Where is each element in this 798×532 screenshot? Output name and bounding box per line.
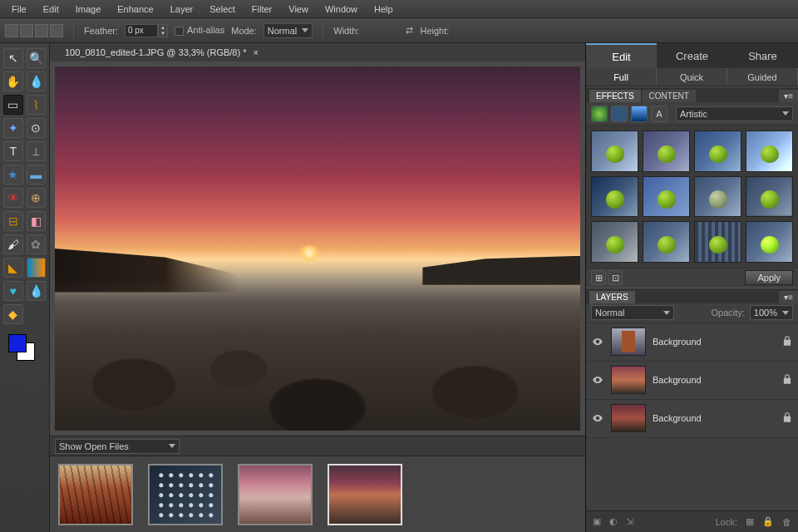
layer-row[interactable]: Background <box>586 323 798 362</box>
tab-layers[interactable]: LAYERS <box>589 291 635 303</box>
mode-dropdown[interactable]: Normal <box>264 23 313 38</box>
adjustment-layer-icon[interactable]: ◐ <box>609 516 618 527</box>
eraser-tool-icon[interactable]: ◧ <box>27 211 47 231</box>
layer-name[interactable]: Background <box>653 413 775 423</box>
filter-category-icon[interactable] <box>591 106 608 122</box>
foreground-swatch[interactable] <box>8 334 27 352</box>
tab-create[interactable]: Create <box>657 43 727 68</box>
move-tool-icon[interactable]: ↖ <box>3 48 23 68</box>
layer-thumbnail[interactable] <box>611 404 646 432</box>
effect-thumb[interactable] <box>746 131 793 172</box>
effect-thumb[interactable] <box>746 221 793 263</box>
subtab-guided[interactable]: Guided <box>727 68 798 86</box>
feather-field[interactable] <box>125 24 158 37</box>
marquee-tool-icon[interactable]: ▭ <box>3 95 23 115</box>
photo-effect-category-icon[interactable] <box>631 106 648 122</box>
thumbnail[interactable] <box>58 464 133 525</box>
menu-layer[interactable]: Layer <box>162 2 202 17</box>
document-tab[interactable]: 100_0810_edited-1.JPG @ 33,3% (RGB/8) * … <box>58 46 265 59</box>
apply-button[interactable]: Apply <box>745 270 793 285</box>
link-layers-icon[interactable]: ⇲ <box>626 516 633 527</box>
delete-layer-icon[interactable]: 🗑 <box>782 517 791 527</box>
feather-input[interactable]: ▲▼ <box>125 24 168 37</box>
redeye-tool-icon[interactable]: 👁 <box>3 188 23 208</box>
tab-share[interactable]: Share <box>727 43 798 68</box>
thumbnail[interactable] <box>328 464 402 525</box>
lock-icon[interactable] <box>781 373 793 387</box>
select-new-icon[interactable] <box>5 24 18 37</box>
effect-thumb[interactable] <box>643 176 690 218</box>
opacity-input[interactable]: 100% <box>750 305 793 320</box>
layer-style-category-icon[interactable] <box>611 106 628 122</box>
crop-tool-icon[interactable]: ⟂ <box>27 141 47 161</box>
visibility-icon[interactable] <box>591 335 604 348</box>
effect-thumb[interactable] <box>643 131 690 172</box>
selection-brush-tool-icon[interactable]: ⊙ <box>27 118 47 138</box>
lock-icon[interactable] <box>781 335 793 348</box>
panel-menu-icon[interactable]: ▾≡ <box>779 90 798 102</box>
paint-bucket-tool-icon[interactable]: ◣ <box>3 258 23 278</box>
gradient-tool-icon[interactable] <box>27 258 47 278</box>
shape-tool-icon[interactable]: ♥ <box>3 281 23 301</box>
menu-edit[interactable]: Edit <box>35 2 67 17</box>
blend-mode-dropdown[interactable]: Normal <box>591 305 674 320</box>
close-tab-icon[interactable]: × <box>253 47 258 57</box>
zoom-tool-icon[interactable]: 🔍 <box>27 48 47 68</box>
straighten-tool-icon[interactable]: ▬ <box>27 165 47 185</box>
lasso-tool-icon[interactable]: ⌇ <box>27 95 47 115</box>
effect-thumb[interactable] <box>643 221 690 263</box>
brush-tool-icon[interactable]: 🖌 <box>3 234 23 254</box>
tab-effects[interactable]: EFFECTS <box>589 90 641 102</box>
menu-view[interactable]: View <box>280 2 317 17</box>
subtab-full[interactable]: Full <box>586 68 657 86</box>
panel-menu-icon[interactable]: ▾≡ <box>779 291 798 303</box>
subtab-quick[interactable]: Quick <box>657 68 727 86</box>
layer-row[interactable]: Background <box>586 362 798 400</box>
select-subtract-icon[interactable] <box>35 24 48 37</box>
effect-thumb[interactable] <box>746 176 793 218</box>
select-intersect-icon[interactable] <box>50 24 63 37</box>
effect-category-dropdown[interactable]: Artistic <box>676 106 793 121</box>
menu-file[interactable]: File <box>3 2 35 17</box>
lock-icon[interactable] <box>781 411 793 425</box>
type-tool-icon[interactable]: T <box>3 141 23 161</box>
menu-filter[interactable]: Filter <box>244 2 280 17</box>
antialias-checkbox[interactable] <box>175 27 184 36</box>
tab-edit[interactable]: Edit <box>586 43 657 68</box>
layer-name[interactable]: Background <box>653 337 775 347</box>
effect-thumb[interactable] <box>591 176 638 218</box>
healing-brush-tool-icon[interactable]: ⊕ <box>27 188 47 208</box>
menu-image[interactable]: Image <box>67 2 110 17</box>
swap-icon[interactable]: ⇄ <box>406 25 413 36</box>
layer-thumbnail[interactable] <box>611 328 646 356</box>
eyedropper-tool-icon[interactable]: 💧 <box>27 71 47 91</box>
visibility-icon[interactable] <box>591 373 604 387</box>
fx-footer-icon[interactable]: ⊞ <box>591 270 606 285</box>
visibility-icon[interactable] <box>591 411 604 425</box>
effect-thumb[interactable] <box>694 221 741 263</box>
menu-select[interactable]: Select <box>201 2 244 17</box>
layer-row[interactable]: Background <box>586 400 798 438</box>
effect-thumb[interactable] <box>694 176 741 218</box>
menu-help[interactable]: Help <box>366 2 401 17</box>
lock-all-icon[interactable]: 🔒 <box>762 516 774 527</box>
layer-thumbnail[interactable] <box>611 366 646 394</box>
sponge-tool-icon[interactable]: ◆ <box>3 304 23 324</box>
fx-footer-icon[interactable]: ⊡ <box>608 270 623 285</box>
lock-transparency-icon[interactable]: ▦ <box>746 516 754 527</box>
open-files-dropdown[interactable]: Show Open Files <box>55 439 180 454</box>
effect-thumb[interactable] <box>591 221 638 263</box>
layer-name[interactable]: Background <box>653 375 775 385</box>
blur-tool-icon[interactable]: 💧 <box>27 281 47 301</box>
menu-window[interactable]: Window <box>317 2 366 17</box>
effect-thumb[interactable] <box>591 131 638 172</box>
hand-tool-icon[interactable]: ✋ <box>3 71 23 91</box>
all-category-icon[interactable]: A <box>651 106 667 122</box>
magic-wand-tool-icon[interactable]: ✦ <box>3 118 23 138</box>
tab-content[interactable]: CONTENT <box>643 90 696 102</box>
canvas[interactable] <box>50 62 585 436</box>
thumbnail[interactable] <box>148 464 223 525</box>
smart-brush-tool-icon[interactable]: ✿ <box>27 234 47 254</box>
effect-thumb[interactable] <box>694 131 741 172</box>
select-add-icon[interactable] <box>20 24 33 37</box>
